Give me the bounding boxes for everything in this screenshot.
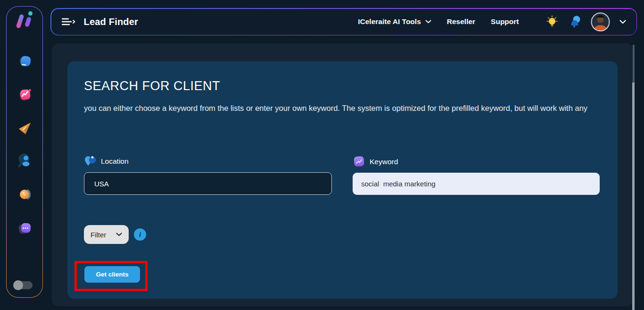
profile-menu-button[interactable] [619, 20, 626, 24]
nav-label: Support [491, 17, 519, 26]
lightbulb-icon [545, 15, 559, 28]
keyword-input[interactable] [353, 173, 600, 195]
page-title: Lead Finder [84, 17, 139, 27]
card-description: you can either choose a keyword from the… [84, 102, 596, 114]
orange-ball-icon [17, 187, 33, 203]
content-panel: SEARCH FOR CLIENT you can either choose … [52, 43, 633, 306]
scrollbar-track [633, 45, 635, 83]
nav-reseller[interactable]: Reseller [447, 17, 475, 26]
keyword-label-row: Keyword [353, 155, 398, 168]
sidebar-item-lead-search[interactable] [17, 152, 33, 168]
chat-purple-icon [17, 220, 33, 236]
sidebar-collapse-button[interactable] [62, 17, 77, 26]
logo-bar-icon [25, 17, 32, 27]
avatar-photo [591, 12, 610, 32]
nav-iceleraite-ai-tools[interactable]: ICeleraite AI Tools [358, 17, 431, 26]
sidebar-item-chat[interactable] [17, 53, 33, 69]
lead-search-icon [17, 152, 33, 168]
chevron-down-icon [425, 20, 431, 24]
chat-blue-icon [17, 53, 33, 69]
sidebar-item-chat-purple[interactable] [17, 220, 33, 236]
toggle-knob [13, 280, 23, 290]
sidebar-inner [7, 7, 42, 297]
nav-label: ICeleraite AI Tools [358, 17, 421, 26]
scrollbar-thumb[interactable] [632, 83, 635, 310]
keyword-label: Keyword [370, 158, 398, 166]
filter-label: Filter [91, 231, 106, 239]
sidebar [6, 6, 43, 298]
header-inner: Lead Finder ICeleraite AI Tools Reseller… [51, 9, 636, 35]
messenger-pink-icon [17, 86, 33, 102]
location-pin-icon [84, 155, 97, 168]
location-input[interactable] [84, 172, 332, 195]
location-label: Location [101, 157, 129, 166]
sidebar-item-messenger[interactable] [17, 86, 33, 102]
logo-bar-icon [16, 14, 25, 28]
theme-toggle[interactable] [13, 280, 33, 290]
chevron-down-icon [619, 20, 626, 24]
filter-dropdown[interactable]: Filter [84, 225, 129, 244]
search-for-client-card: SEARCH FOR CLIENT you can either choose … [67, 61, 618, 299]
header-nav: ICeleraite AI Tools Reseller Support [358, 17, 519, 26]
user-avatar[interactable] [591, 12, 610, 32]
nav-label: Reseller [447, 17, 475, 26]
location-label-row: Location [84, 155, 129, 168]
sidebar-item-send[interactable] [17, 120, 33, 136]
logo-dot-icon [28, 11, 33, 16]
tips-button[interactable] [545, 15, 559, 28]
sidebar-item-orange[interactable] [17, 187, 33, 203]
chevron-down-icon [116, 233, 122, 236]
notifications-button[interactable] [568, 15, 581, 28]
get-clients-button[interactable]: Get clients [84, 266, 140, 283]
paper-plane-icon [17, 120, 33, 136]
top-header: Lead Finder ICeleraite AI Tools Reseller… [50, 8, 637, 35]
menu-fold-icon [62, 17, 77, 26]
nav-support[interactable]: Support [491, 17, 519, 26]
header-icon-cluster [545, 12, 626, 32]
app-logo[interactable] [15, 9, 34, 31]
info-icon[interactable]: i [134, 228, 146, 241]
info-glyph: i [139, 231, 141, 239]
keyword-tag-icon [353, 155, 365, 168]
notifications-icon [568, 15, 581, 28]
card-heading: SEARCH FOR CLIENT [84, 79, 220, 93]
